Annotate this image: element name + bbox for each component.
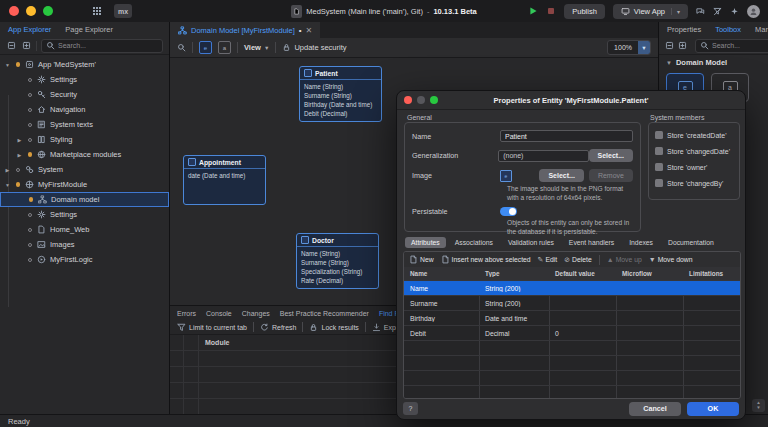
- generalization-select-button[interactable]: Select...: [589, 149, 633, 162]
- checkbox-store-owner[interactable]: Store 'owner': [649, 163, 739, 171]
- cancel-button[interactable]: Cancel: [629, 402, 681, 416]
- add-entity-tool-icon[interactable]: e: [199, 41, 212, 54]
- entity-appointment[interactable]: Appointmentdate (Date and time): [183, 155, 266, 205]
- limit-to-current-tab-button[interactable]: Limit to current tab: [177, 323, 247, 332]
- entity-attribute[interactable]: Name (String): [304, 82, 377, 91]
- entity-name-input[interactable]: [500, 130, 633, 142]
- entity-patient[interactable]: PatientName (String)Surname (String)Birt…: [299, 66, 382, 122]
- tab-page-explorer[interactable]: Page Explorer: [65, 25, 113, 34]
- checkbox-store-changedby[interactable]: Store 'changedBy': [649, 179, 739, 187]
- empty-row[interactable]: [404, 371, 740, 386]
- view-menu-button[interactable]: View▼: [244, 43, 269, 52]
- edit-button[interactable]: ✎Edit: [538, 256, 558, 263]
- entity-attribute[interactable]: Surname (String): [301, 258, 374, 267]
- ai-assist-icon[interactable]: [730, 7, 739, 16]
- zoom-dropdown-icon[interactable]: ▼: [638, 41, 650, 54]
- entity-attribute[interactable]: Rate (Decimal): [301, 276, 374, 285]
- chevron-right-icon[interactable]: ▶: [16, 152, 23, 158]
- chevron-down-icon[interactable]: ▼: [4, 62, 11, 68]
- tree-item-images[interactable]: Images: [0, 237, 169, 252]
- feedback-chat-icon[interactable]: [696, 7, 705, 16]
- checkbox-icon[interactable]: [655, 163, 663, 171]
- checkbox-icon[interactable]: [655, 147, 663, 155]
- chevron-down-icon[interactable]: ▼: [4, 182, 11, 188]
- entity-attribute[interactable]: Birthday (Date and time): [304, 100, 377, 109]
- tree-item-system-texts[interactable]: System texts: [0, 117, 169, 132]
- chevron-down-icon[interactable]: ▾: [671, 8, 680, 15]
- attribute-row-name[interactable]: NameString (200): [404, 281, 740, 296]
- tree-item-domain-model[interactable]: Domain model: [0, 192, 169, 207]
- entity-attribute[interactable]: Surname (String): [304, 91, 377, 100]
- locate-icon[interactable]: [21, 40, 32, 51]
- entity-header[interactable]: Appointment: [184, 156, 265, 169]
- attribute-row-birthday[interactable]: BirthdayDate and time: [404, 311, 740, 326]
- toolbox-search[interactable]: [695, 39, 768, 53]
- tree-item-system[interactable]: ▶System: [0, 162, 169, 177]
- image-select-button[interactable]: Select...: [539, 169, 583, 182]
- refresh-button[interactable]: Refresh: [260, 323, 297, 332]
- new-button[interactable]: New: [409, 255, 434, 264]
- dock-tab-changes[interactable]: Changes: [242, 310, 270, 317]
- move-down-button[interactable]: ▼Move down: [649, 256, 693, 263]
- publish-button[interactable]: Publish: [564, 4, 605, 19]
- entity-attribute[interactable]: Name (String): [301, 249, 374, 258]
- chevron-right-icon[interactable]: ▶: [4, 167, 11, 173]
- dock-tab-console[interactable]: Console: [206, 310, 232, 317]
- tree-item-myfirstlogic[interactable]: MyFirstLogic: [0, 252, 169, 267]
- tab-toolbox[interactable]: Toolbox: [715, 25, 741, 34]
- search-icon[interactable]: [177, 43, 186, 52]
- scroll-stepper[interactable]: ▲▼: [752, 399, 765, 412]
- empty-row[interactable]: [404, 341, 740, 356]
- checkbox-store-changeddate[interactable]: Store 'changedDate': [649, 147, 739, 155]
- close-tab-icon[interactable]: ✕: [306, 26, 313, 35]
- dialog-tab-indexes[interactable]: Indexes: [623, 237, 659, 248]
- tree-item-myfirstmodule[interactable]: ▼MyFirstModule: [0, 177, 169, 192]
- ok-button[interactable]: OK: [687, 402, 739, 416]
- collapse-all-icon[interactable]: [6, 40, 17, 51]
- dialog-zoom-icon[interactable]: [430, 96, 438, 104]
- dock-tab-best-practice-recommender[interactable]: Best Practice Recommender: [280, 310, 369, 317]
- empty-row[interactable]: [404, 356, 740, 371]
- insert-new-above-selected-button[interactable]: Insert new above selected: [441, 255, 531, 264]
- explorer-search[interactable]: [41, 39, 163, 53]
- tree-item-settings[interactable]: Settings: [0, 72, 169, 87]
- dialog-tab-validation-rules[interactable]: Validation rules: [502, 237, 560, 248]
- view-app-button[interactable]: View App ▾: [613, 4, 688, 19]
- run-icon[interactable]: [528, 6, 538, 16]
- tree-item-security[interactable]: Security: [0, 87, 169, 102]
- checkbox-icon[interactable]: [655, 131, 663, 139]
- toolbox-section-header[interactable]: ▼ Domain Model: [659, 55, 768, 70]
- entity-attribute[interactable]: date (Date and time): [188, 171, 261, 180]
- collapse-all-icon[interactable]: [665, 40, 674, 51]
- dialog-tab-event-handlers[interactable]: Event handlers: [563, 237, 620, 248]
- user-avatar[interactable]: [747, 5, 760, 18]
- chevron-right-icon[interactable]: ▶: [16, 137, 23, 143]
- entity-header[interactable]: Doctor: [297, 234, 378, 247]
- add-annotation-tool-icon[interactable]: a: [218, 41, 231, 54]
- tab-marketplace[interactable]: Marketplace: [755, 25, 768, 34]
- image-remove-button[interactable]: Remove: [589, 169, 633, 182]
- persistable-toggle[interactable]: [500, 207, 517, 216]
- tree-item-marketplace-modules[interactable]: ▶Marketplace modules: [0, 147, 169, 162]
- toolbox-search-input[interactable]: [712, 42, 768, 49]
- tree-item-settings[interactable]: Settings: [0, 207, 169, 222]
- entity-doctor[interactable]: DoctorName (String)Surname (String)Speci…: [296, 233, 379, 289]
- stop-icon[interactable]: [546, 6, 556, 16]
- dialog-close-icon[interactable]: [404, 96, 412, 104]
- tree-item-navigation[interactable]: Navigation: [0, 102, 169, 117]
- tab-properties[interactable]: Properties: [667, 25, 701, 34]
- zoom-control[interactable]: 100% ▼: [607, 40, 651, 55]
- checkbox-store-createddate[interactable]: Store 'createdDate': [649, 131, 739, 139]
- tree-item-home-web[interactable]: Home_Web: [0, 222, 169, 237]
- tree-item-styling[interactable]: ▶Styling: [0, 132, 169, 147]
- locate-icon[interactable]: [678, 40, 687, 51]
- explorer-search-input[interactable]: [58, 42, 158, 49]
- attribute-row-debit[interactable]: DebitDecimal0: [404, 326, 740, 341]
- dialog-tab-associations[interactable]: Associations: [449, 237, 499, 248]
- delete-button[interactable]: ⊘Delete: [564, 256, 592, 263]
- attribute-row-surname[interactable]: SurnameString (200): [404, 296, 740, 311]
- entity-attribute[interactable]: Debit (Decimal): [304, 109, 377, 118]
- lock-results-button[interactable]: Lock results: [309, 323, 358, 332]
- dialog-tab-documentation[interactable]: Documentation: [662, 237, 720, 248]
- dock-tab-errors[interactable]: Errors: [177, 310, 196, 317]
